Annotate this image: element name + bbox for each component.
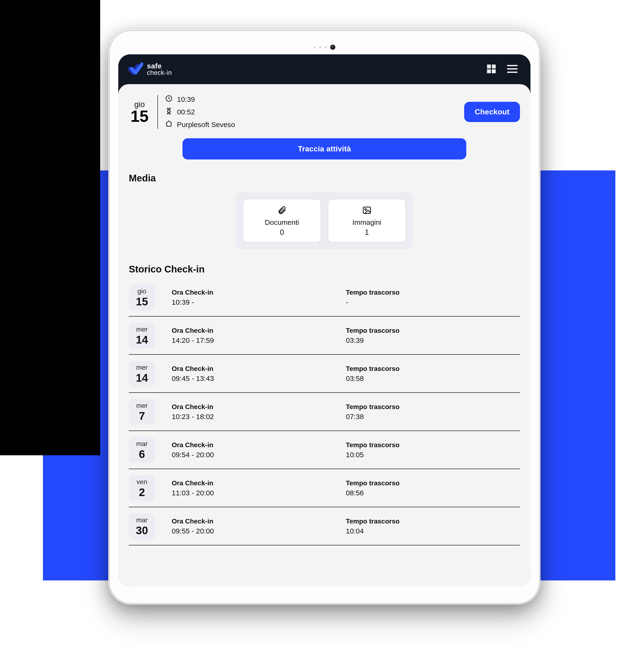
- history-checkin-label: Ora Check-in: [172, 365, 346, 372]
- app-logo[interactable]: safe check-in: [128, 63, 172, 76]
- svg-rect-1: [488, 66, 490, 67]
- history-day-number: 14: [136, 334, 148, 345]
- session-location: Purplesoft Seveso: [177, 121, 235, 129]
- history-elapsed-label: Tempo trascorso: [346, 365, 520, 372]
- history-day-name: mer: [136, 402, 148, 409]
- checkout-button[interactable]: Checkout: [464, 102, 520, 122]
- history-time-range: 09:55 - 20:00: [172, 527, 346, 535]
- svg-rect-9: [494, 72, 495, 73]
- history-day-number: 30: [136, 525, 148, 536]
- history-day-name: ven: [136, 479, 147, 485]
- history-checkin-label: Ora Check-in: [172, 289, 346, 296]
- history-date-badge: mer7: [129, 399, 155, 425]
- current-session: gio 15 10:39: [129, 95, 520, 129]
- track-activity-button[interactable]: Traccia attività: [182, 138, 466, 159]
- history-list: gio15Ora Check-in10:39 -Tempo trascorso-…: [129, 283, 520, 545]
- history-date-badge: ven2: [129, 475, 155, 501]
- images-card[interactable]: Immagini 1: [328, 199, 406, 242]
- session-meta: 10:39 00:52: [165, 95, 235, 129]
- clock-icon: [165, 95, 173, 104]
- documents-label: Documenti: [265, 218, 299, 226]
- history-day-name: mer: [136, 326, 148, 333]
- media-heading: Media: [129, 173, 520, 184]
- check-logo-icon: [128, 63, 143, 76]
- bottom-fade: [118, 577, 531, 586]
- session-time: 10:39: [177, 95, 195, 103]
- tablet-frame: safe check-in: [110, 31, 539, 603]
- logo-line1: safe: [147, 63, 172, 70]
- history-elapsed-value: -: [346, 298, 520, 306]
- history-day-number: 14: [136, 372, 148, 383]
- history-row[interactable]: mer7Ora Check-in10:23 - 18:02Tempo trasc…: [129, 393, 520, 431]
- speaker-dot: [319, 46, 321, 48]
- documents-card[interactable]: Documenti 0: [243, 199, 321, 242]
- speaker-dot: [314, 46, 316, 48]
- history-day-name: mar: [136, 517, 148, 524]
- history-date-badge: mer14: [129, 361, 155, 387]
- history-day-number: 15: [136, 296, 148, 307]
- menu-icon[interactable]: [507, 64, 518, 75]
- history-elapsed-value: 10:05: [346, 451, 520, 459]
- divider: [158, 95, 158, 129]
- tablet-hardware-top: [118, 40, 531, 55]
- history-time-range: 10:39 -: [172, 298, 346, 306]
- svg-rect-14: [363, 207, 370, 214]
- logo-text: safe check-in: [147, 63, 172, 76]
- history-elapsed-value: 08:56: [346, 489, 520, 497]
- history-checkin-label: Ora Check-in: [172, 518, 346, 525]
- history-date-badge: gio15: [129, 285, 155, 310]
- history-checkin-label: Ora Check-in: [172, 327, 346, 334]
- media-panel: Documenti 0 Immagini 1: [236, 192, 412, 249]
- history-row[interactable]: gio15Ora Check-in10:39 -Tempo trascorso-: [129, 283, 520, 317]
- history-time-range: 14:20 - 17:59: [172, 336, 346, 344]
- history-elapsed-value: 07:38: [346, 413, 520, 421]
- history-day-name: mer: [136, 364, 148, 371]
- images-count: 1: [365, 228, 369, 237]
- images-label: Immagini: [352, 218, 381, 226]
- history-elapsed-value: 03:39: [346, 336, 520, 344]
- history-date-badge: mer14: [129, 323, 155, 348]
- history-day-name: mar: [136, 440, 148, 447]
- decor-black-block: [0, 0, 100, 455]
- history-date-badge: mar30: [129, 514, 155, 539]
- history-elapsed-label: Tempo trascorso: [346, 479, 520, 487]
- svg-point-15: [365, 209, 367, 210]
- history-elapsed-label: Tempo trascorso: [346, 441, 520, 449]
- session-elapsed: 00:52: [177, 108, 195, 116]
- history-checkin-label: Ora Check-in: [172, 479, 346, 487]
- history-elapsed-label: Tempo trascorso: [346, 518, 520, 525]
- history-elapsed-label: Tempo trascorso: [346, 327, 520, 334]
- home-icon: [165, 120, 173, 129]
- history-row[interactable]: ven2Ora Check-in11:03 - 20:00Tempo trasc…: [129, 469, 520, 507]
- history-time-range: 11:03 - 20:00: [172, 489, 346, 497]
- current-day-number: 15: [130, 108, 149, 124]
- history-row[interactable]: mer14Ora Check-in09:45 - 13:43Tempo tras…: [129, 355, 520, 393]
- qr-icon[interactable]: [486, 64, 496, 75]
- history-date-badge: mar6: [129, 437, 155, 463]
- current-day-badge: gio 15: [129, 95, 150, 129]
- history-day-number: 6: [139, 449, 145, 460]
- history-time-range: 09:45 - 13:43: [172, 374, 346, 383]
- svg-rect-7: [494, 70, 495, 71]
- speaker-dot: [325, 46, 327, 48]
- history-day-name: gio: [137, 288, 146, 295]
- history-day-number: 7: [139, 411, 145, 421]
- history-row[interactable]: mar30Ora Check-in09:55 - 20:00Tempo tras…: [129, 507, 520, 545]
- svg-rect-6: [492, 70, 494, 71]
- svg-rect-5: [488, 71, 490, 72]
- page-body: gio 15 10:39: [118, 84, 531, 586]
- app-topbar: safe check-in: [118, 55, 531, 84]
- history-elapsed-label: Tempo trascorso: [346, 403, 520, 411]
- history-row[interactable]: mar6Ora Check-in09:54 - 20:00Tempo trasc…: [129, 431, 520, 469]
- front-camera: [330, 44, 335, 50]
- history-day-number: 2: [139, 487, 145, 498]
- attachment-icon: [277, 206, 287, 216]
- tablet-screen: safe check-in: [118, 55, 531, 586]
- history-elapsed-value: 03:58: [346, 374, 520, 383]
- hourglass-icon: [165, 107, 173, 117]
- documents-count: 0: [280, 228, 284, 237]
- history-time-range: 10:23 - 18:02: [172, 413, 346, 421]
- history-row[interactable]: mer14Ora Check-in14:20 - 17:59Tempo tras…: [129, 317, 520, 355]
- history-elapsed-value: 10:04: [346, 527, 520, 535]
- history-elapsed-label: Tempo trascorso: [346, 289, 520, 296]
